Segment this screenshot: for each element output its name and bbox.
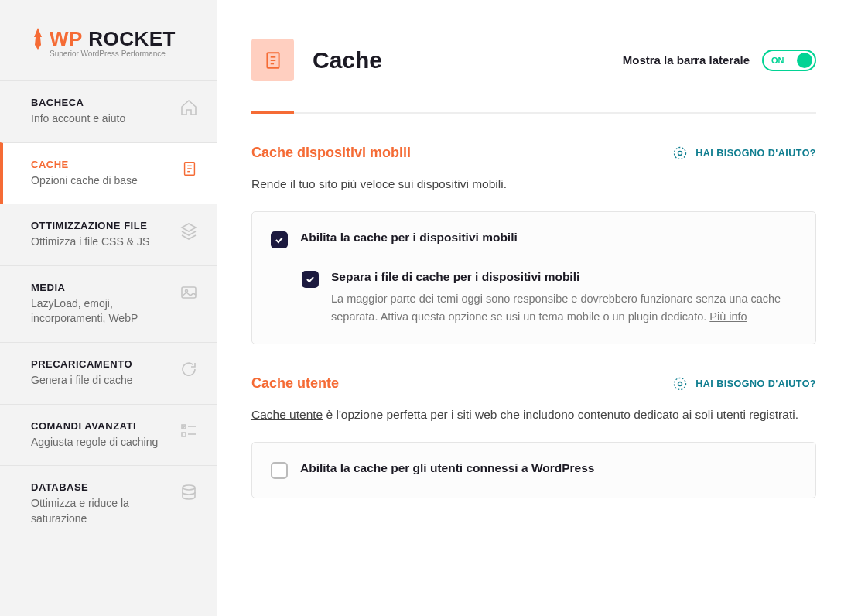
nav-item-subtitle: Info account e aiuto [31, 111, 172, 127]
nav-item-title: MEDIA [31, 282, 172, 293]
nav-item-subtitle: Genera i file di cache [31, 373, 172, 388]
nav-item-subtitle: Ottimizza e riduce la saturazione [31, 496, 172, 526]
home-icon [179, 98, 198, 120]
option-help-text: La maggior parte dei temi oggi sono resp… [331, 290, 797, 325]
main-content: Cache Mostra la barra laterale ON Cache … [217, 0, 851, 616]
svg-rect-7 [182, 433, 186, 436]
nav-item-subtitle: Ottimizza i file CSS & JS [31, 234, 172, 250]
checkbox-enable-user-cache[interactable] [271, 462, 288, 479]
nav-item-subtitle: LazyLoad, emoji, incorporamenti, WebP [31, 296, 172, 327]
sidebar-toggle-label: Mostra la barra laterale [623, 53, 750, 67]
page-title: Cache [313, 47, 382, 74]
nav-item-title: PRECARICAMENTO [31, 358, 172, 370]
layers-icon [179, 221, 198, 243]
brand-logo: WP ROCKET Superior WordPress Performance [0, 27, 217, 81]
option-enable-mobile-cache: Abilita la cache per i dispositivi mobil… [271, 231, 797, 248]
option-label: Abilita la cache per gli utenti connessi… [300, 461, 797, 475]
checkbox-separate-mobile-cache[interactable] [302, 271, 319, 288]
document-icon [181, 160, 198, 180]
brand-name: WP ROCKET [50, 27, 176, 51]
check-icon [274, 234, 285, 245]
toggle-knob [797, 53, 812, 68]
help-link[interactable]: HAI BISOGNO D'AIUTO? [672, 145, 816, 161]
section-user-cache: Cache utente HAI BISOGNO D'AIUTO? Cache … [251, 344, 816, 498]
rocket-icon [31, 28, 45, 51]
check-icon [305, 274, 316, 285]
section-title: Cache utente [251, 375, 339, 392]
nav-file-optimization[interactable]: OTTIMIZZAZIONE FILE Ottimizza i file CSS… [0, 204, 217, 266]
option-separate-mobile-cache: Separa i file di cache per i dispositivi… [302, 270, 797, 325]
svg-point-10 [183, 485, 195, 490]
help-icon [672, 376, 688, 392]
option-group-mobile: Abilita la cache per i dispositivi mobil… [251, 211, 816, 344]
svg-point-16 [678, 151, 682, 155]
refresh-icon [179, 360, 198, 382]
nav-item-title: COMANDI AVANZATI [31, 420, 172, 432]
help-label: HAI BISOGNO D'AIUTO? [695, 378, 816, 389]
svg-rect-4 [182, 287, 196, 298]
image-icon [179, 283, 198, 305]
section-mobile-cache: Cache dispositivi mobili HAI BISOGNO D'A… [251, 114, 816, 344]
checklist-icon [179, 422, 198, 443]
help-link[interactable]: HAI BISOGNO D'AIUTO? [672, 376, 816, 392]
page-header: Cache Mostra la barra laterale ON [251, 39, 816, 114]
nav-item-title: BACHECA [31, 97, 172, 108]
nav-cache[interactable]: CACHE Opzioni cache di base [0, 142, 217, 205]
nav-item-subtitle: Aggiusta regole di caching [31, 435, 172, 450]
option-label: Separa i file di cache per i dispositivi… [331, 270, 797, 284]
document-icon [263, 50, 283, 70]
option-group-user: Abilita la cache per gli utenti connessi… [251, 442, 816, 498]
section-description: Rende il tuo sito più veloce sui disposi… [251, 175, 816, 193]
section-title: Cache dispositivi mobili [251, 145, 411, 161]
nav-advanced-rules[interactable]: COMANDI AVANZATI Aggiusta regole di cach… [0, 404, 217, 467]
svg-point-15 [675, 147, 686, 159]
user-cache-link[interactable]: Cache utente [251, 408, 323, 421]
option-enable-user-cache: Abilita la cache per gli utenti connessi… [271, 461, 797, 479]
option-label: Abilita la cache per i dispositivi mobil… [300, 231, 797, 245]
toggle-on-label: ON [771, 56, 784, 65]
help-label: HAI BISOGNO D'AIUTO? [695, 148, 816, 159]
nav-item-subtitle: Opzioni cache di base [31, 173, 173, 189]
nav-item-title: CACHE [31, 159, 173, 170]
svg-point-18 [678, 382, 682, 385]
sidebar: WP ROCKET Superior WordPress Performance… [0, 0, 217, 616]
nav-item-title: OTTIMIZZAZIONE FILE [31, 220, 172, 231]
sidebar-toggle[interactable]: ON [762, 50, 816, 71]
svg-point-17 [675, 378, 686, 389]
section-description: Cache utente è l'opzione perfetta per i … [251, 406, 816, 423]
more-info-link[interactable]: Più info [709, 310, 747, 323]
database-icon [179, 483, 198, 505]
page-icon [251, 39, 294, 81]
help-icon [672, 145, 688, 161]
checkbox-enable-mobile-cache[interactable] [271, 231, 288, 248]
nav-preload[interactable]: PRECARICAMENTO Genera i file di cache [0, 342, 217, 405]
nav-database[interactable]: DATABASE Ottimizza e riduce la saturazio… [0, 465, 217, 542]
brand-tagline: Superior WordPress Performance [50, 50, 186, 58]
nav-dashboard[interactable]: BACHECA Info account e aiuto [0, 80, 217, 143]
nav-item-title: DATABASE [31, 481, 172, 493]
nav-media[interactable]: MEDIA LazyLoad, emoji, incorporamenti, W… [0, 265, 217, 343]
